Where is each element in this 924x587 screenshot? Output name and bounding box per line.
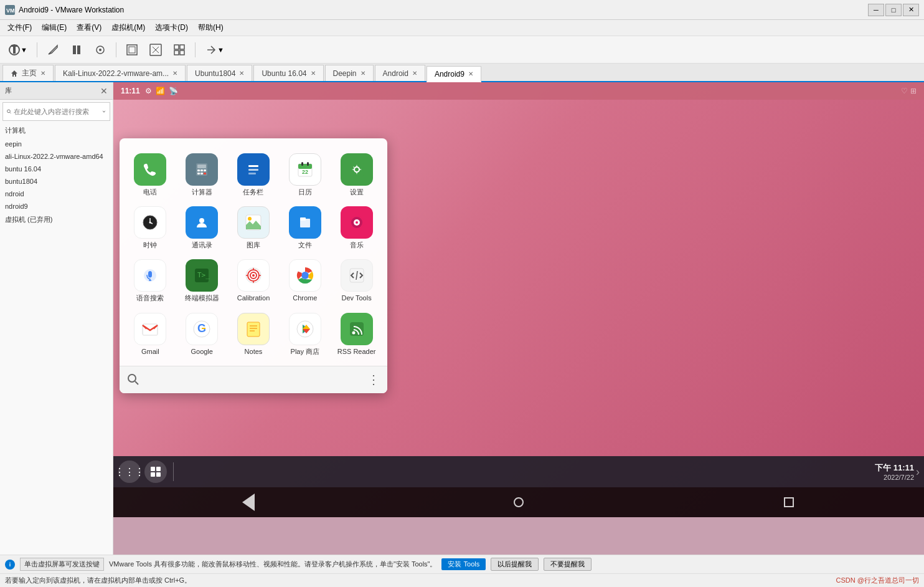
app-settings[interactable]: 设置 [331, 148, 382, 201]
app-phone[interactable]: 电话 [125, 148, 176, 201]
tab-bar: 主页 ✕ Kali-Linux-2022.2-vmware-am... ✕ Ub… [0, 64, 924, 82]
maximize-button[interactable]: □ [885, 4, 902, 16]
tab-android-close[interactable]: ✕ [412, 70, 417, 77]
android-screen[interactable]: 11:11 ⚙ 📶 📡 ♡ ⊞ [113, 82, 924, 517]
menu-file[interactable]: 文件(F) [2, 21, 37, 34]
tab-android9-close[interactable]: ✕ [468, 70, 473, 77]
app-chrome-label: Chrome [293, 294, 317, 302]
app-calibration[interactable]: Calibration [228, 254, 280, 307]
tab-kali-close[interactable]: ✕ [172, 70, 177, 77]
toolbar-edit-btn[interactable] [42, 40, 64, 60]
menu-tabs[interactable]: 选项卡(D) [150, 21, 193, 34]
drawer-menu-dots[interactable]: ⋮ [367, 372, 380, 387]
sidebar-item-deepin[interactable]: eepin [0, 138, 113, 150]
tab-deepin-close[interactable]: ✕ [361, 70, 365, 77]
install-tools-btn[interactable]: 安装 Tools [441, 558, 486, 570]
app-terminal[interactable]: T>_ 终端模拟器 [176, 254, 228, 307]
drawer-search-input[interactable] [144, 375, 362, 384]
toolbar-sep-1 [37, 42, 37, 57]
minimize-button[interactable]: ─ [868, 4, 884, 16]
app-gallery[interactable]: 图库 [228, 201, 280, 254]
tab-home[interactable]: 主页 ✕ [2, 65, 54, 81]
sidebar-item-ubuntu1604[interactable]: buntu 16.04 [0, 163, 113, 175]
menu-help[interactable]: 帮助(H) [193, 21, 229, 34]
tab-android[interactable]: Android ✕ [375, 65, 425, 81]
tab-home-close[interactable]: ✕ [40, 70, 45, 77]
taskbar-apps-btn[interactable]: ⋮⋮⋮ [118, 461, 141, 483]
svg-text:22: 22 [302, 169, 308, 175]
toolbar-unity-btn[interactable] [169, 40, 190, 60]
app-voice-label: 语音搜索 [136, 294, 164, 302]
app-google[interactable]: G Google [176, 308, 228, 361]
close-button[interactable]: ✕ [903, 4, 919, 16]
menu-bar: 文件(F) 编辑(E) 查看(V) 虚拟机(M) 选项卡(D) 帮助(H) [0, 20, 924, 36]
dismiss-btn[interactable]: 不要提醒我 [544, 558, 592, 571]
sidebar-item-android9[interactable]: ndroid9 [0, 200, 113, 212]
app-contacts[interactable]: 通讯录 [176, 201, 228, 254]
app-music[interactable]: 音乐 [331, 201, 382, 254]
nav-back-btn[interactable] [236, 490, 261, 515]
app-chrome[interactable]: Chrome [279, 254, 331, 307]
toolbar-suspend-btn[interactable] [66, 40, 87, 60]
gallery-icon [237, 206, 270, 239]
content-area: 库 ✕ 计算机 eepin ali-Linux-2022.2-vmware-am… [0, 82, 924, 555]
svg-point-42 [199, 218, 204, 223]
taskbar-grid-btn[interactable] [144, 461, 167, 483]
app-play[interactable]: Play 商店 [279, 308, 331, 361]
app-calculator[interactable]: 计算器 [176, 148, 228, 201]
tab-ubuntu1804[interactable]: Ubuntu1804 ✕ [187, 65, 252, 81]
app-devtools-label: Dev Tools [342, 294, 372, 302]
sidebar: 库 ✕ 计算机 eepin ali-Linux-2022.2-vmware-am… [0, 82, 113, 555]
sidebar-item-android[interactable]: ndroid [0, 188, 113, 200]
tab-kali[interactable]: Kali-Linux-2022.2-vmware-am... ✕ [55, 65, 186, 81]
toolbar-fullscreen-btn[interactable] [121, 40, 143, 60]
app-rss[interactable]: RSS Reader [331, 308, 382, 361]
drawer-search-bar[interactable]: ⋮ [120, 366, 387, 393]
menu-view[interactable]: 查看(V) [72, 21, 106, 34]
google-icon: G [186, 313, 218, 345]
app-clock[interactable]: 时钟 [125, 201, 176, 254]
sidebar-search[interactable] [2, 102, 110, 121]
taskbar-arrow[interactable]: › [912, 456, 924, 487]
svg-rect-82 [156, 467, 161, 471]
sidebar-close-btn[interactable]: ✕ [100, 86, 108, 96]
tab-android9[interactable]: Android9 ✕ [427, 66, 481, 82]
app-tasks[interactable]: 任务栏 [228, 148, 280, 201]
app-calendar[interactable]: 22 日历 [279, 148, 331, 201]
app-calibration-label: Calibration [237, 294, 270, 302]
sidebar-item-kali[interactable]: ali-Linux-2022.2-vmware-amd64 [0, 150, 113, 163]
svg-rect-28 [248, 169, 258, 171]
svg-rect-81 [151, 467, 155, 471]
vm-display[interactable]: 11:11 ⚙ 📶 📡 ♡ ⊞ [113, 82, 924, 555]
svg-rect-12 [174, 45, 179, 49]
app-terminal-label: 终端模拟器 [185, 294, 219, 302]
sidebar-item-computer[interactable]: 计算机 [0, 123, 113, 138]
nav-recent-btn[interactable] [776, 490, 801, 515]
tab-ubuntu1604-close[interactable]: ✕ [311, 70, 316, 77]
app-notes[interactable]: Notes [228, 308, 280, 361]
sidebar-search-input[interactable] [14, 108, 100, 115]
toolbar-snapshot-btn[interactable] [90, 40, 111, 60]
svg-point-66 [302, 273, 308, 279]
app-devtools[interactable]: Dev Tools [331, 254, 382, 307]
tab-ubuntu1804-close[interactable]: ✕ [239, 70, 244, 77]
app-gmail[interactable]: Gmail [125, 308, 176, 361]
remind-later-btn[interactable]: 以后提醒我 [491, 558, 539, 571]
menu-edit[interactable]: 编辑(E) [37, 21, 72, 34]
tab-deepin[interactable]: Deepin ✕ [325, 65, 374, 81]
sidebar-item-ubuntu1804[interactable]: buntu1804 [0, 175, 113, 188]
tab-ubuntu1604[interactable]: Ubuntu 16.04 ✕ [253, 65, 323, 81]
settings-icon [341, 153, 373, 186]
svg-text:VM: VM [6, 7, 15, 14]
menu-vm[interactable]: 虚拟机(M) [106, 21, 150, 34]
nav-home-btn[interactable] [506, 490, 531, 515]
sidebar-item-deprecated[interactable]: 虚拟机 (已弃用) [0, 212, 113, 227]
svg-point-78 [352, 331, 355, 334]
app-voice[interactable]: 语音搜索 [125, 254, 176, 307]
app-files[interactable]: 文件 [279, 201, 331, 254]
toolbar-fit-btn[interactable] [145, 40, 166, 60]
android-time: 11:11 [121, 87, 140, 95]
toolbar-more-btn[interactable]: ▼ [200, 40, 229, 60]
taskbar-divider [173, 462, 174, 481]
toolbar-power-btn[interactable]: ▼ [4, 40, 32, 60]
